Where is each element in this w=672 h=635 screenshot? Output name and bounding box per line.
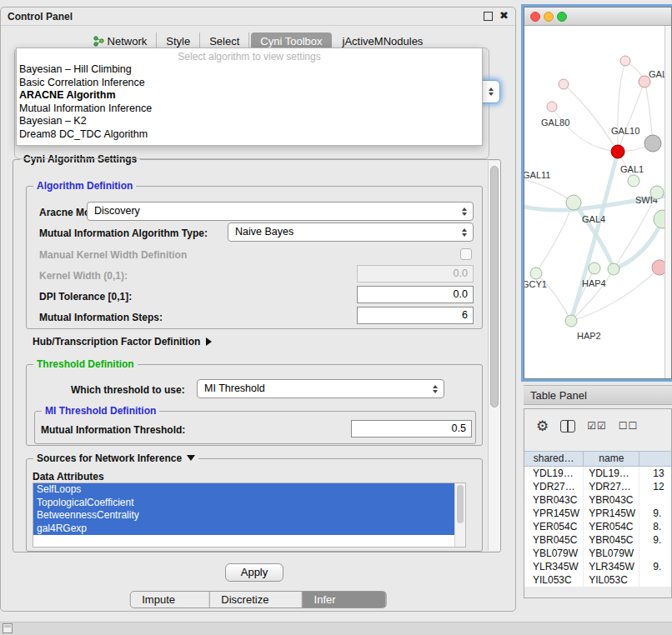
network-node[interactable] xyxy=(611,145,624,158)
network-canvas[interactable]: GALGAL80GAL10GAL11GAL1SWI4GAL4GCY1HAP4YH… xyxy=(524,26,671,378)
table-body: YDL19… YDL19… 13 YDR27… YDR27… 12 YBR043… xyxy=(524,467,671,587)
network-node[interactable] xyxy=(608,263,619,275)
algorithm-option[interactable]: Bayesian – Hill Climbing xyxy=(17,63,482,77)
network-node[interactable] xyxy=(565,315,577,327)
network-node[interactable] xyxy=(547,102,557,112)
table-panel-header[interactable]: Table Panel xyxy=(524,385,672,405)
columns-icon[interactable] xyxy=(560,420,575,432)
algorithm-option[interactable]: Mutual Information Inference xyxy=(17,102,482,116)
cell-name: YBR043C xyxy=(584,493,639,507)
close-icon[interactable]: ✖ xyxy=(499,11,509,21)
network-node-label: GAL1 xyxy=(620,164,644,174)
cell-shared-name: YLR345W xyxy=(524,560,584,573)
cell-shared-name: YBL079W xyxy=(524,547,584,560)
network-node[interactable] xyxy=(566,195,581,210)
table-panel-title: Table Panel xyxy=(530,389,587,402)
network-node[interactable] xyxy=(644,135,661,152)
combo-arrows-icon xyxy=(489,88,494,96)
algorithm-definition-title: Algorithm Definition xyxy=(33,180,136,192)
tab-infer-network[interactable]: Infer Network xyxy=(303,592,386,608)
network-node[interactable] xyxy=(530,268,542,279)
zoom-traffic-light-icon[interactable] xyxy=(557,12,567,22)
tab-impute-data[interactable]: Impute Data xyxy=(130,592,209,608)
network-node[interactable] xyxy=(589,262,600,274)
data-attribute-item[interactable]: BetweennessCentrality xyxy=(33,509,454,522)
manual-kernel-label: Manual Kernel Width Definition xyxy=(39,249,187,261)
aracne-mode-combo[interactable]: Discovery xyxy=(87,202,474,221)
sources-group-toggle[interactable]: Sources for Network Inference xyxy=(33,452,198,464)
mi-threshold-field[interactable]: 0.5 xyxy=(351,420,472,438)
cell-value: 9. xyxy=(639,507,671,520)
data-attributes-list[interactable]: SelfLoopsTopologicalCoefficientBetweenne… xyxy=(33,482,466,548)
float-window-icon[interactable] xyxy=(484,12,493,21)
tab-discretize-data[interactable]: Discretize Data xyxy=(209,592,302,608)
network-node[interactable] xyxy=(559,79,569,89)
kernel-width-label: Kernel Width (0,1): xyxy=(39,270,128,282)
table-row[interactable]: YPR145W YPR145W 9. xyxy=(524,507,671,520)
combo-arrows-icon xyxy=(433,385,438,393)
mi-type-combo[interactable]: Naive Bayes xyxy=(228,222,474,242)
control-panel-titlebar[interactable]: Control Panel ✖ xyxy=(1,8,515,26)
cell-shared-name: YDL19… xyxy=(524,467,584,480)
data-attribute-item[interactable]: TopologicalCoefficient xyxy=(33,497,454,510)
table-row[interactable]: YBR045C YBR045C 9. xyxy=(524,533,671,547)
mi-type-value: Naive Bayes xyxy=(235,226,293,238)
which-threshold-combo[interactable]: MI Threshold xyxy=(197,379,444,398)
network-window-titlebar[interactable] xyxy=(524,8,671,26)
gear-icon[interactable]: ⚙ xyxy=(536,419,549,433)
network-node[interactable] xyxy=(650,186,664,199)
cell-value xyxy=(639,547,671,560)
combo-arrows-icon xyxy=(462,208,467,216)
cell-name: YBL079W xyxy=(584,547,639,560)
network-graph[interactable]: GALGAL80GAL10GAL11GAL1SWI4GAL4GCY1HAP4YH… xyxy=(524,26,671,378)
algorithm-option[interactable]: Bayesian – K2 xyxy=(17,115,482,128)
cell-name: YDL19… xyxy=(584,467,639,480)
data-attribute-item[interactable]: SelfLoops xyxy=(33,483,454,497)
cell-name: YIL053C xyxy=(584,573,639,587)
apply-button[interactable]: Apply xyxy=(225,563,283,582)
cell-name: YDR27… xyxy=(584,480,639,493)
list-scrollbar-thumb[interactable] xyxy=(457,485,464,523)
threshold-definition-title: Threshold Definition xyxy=(33,358,138,370)
close-traffic-light-icon[interactable] xyxy=(530,12,540,22)
data-attribute-item[interactable]: gal4RGexp xyxy=(33,522,454,536)
algorithm-option[interactable]: Dream8 DC_TDC Algorithm xyxy=(17,128,482,142)
column-header-name[interactable]: name xyxy=(584,452,639,468)
manual-kernel-checkbox[interactable] xyxy=(460,248,472,260)
network-view-window: GALGAL80GAL10GAL11GAL1SWI4GAL4GCY1HAP4YH… xyxy=(524,7,672,379)
algorithm-option[interactable]: Basic Correlation Inference xyxy=(17,77,482,90)
algorithm-option[interactable]: ARACNE Algorithm xyxy=(17,89,482,102)
table-row[interactable]: YDL19… YDL19… 13 xyxy=(524,467,671,480)
settings-scrollbar[interactable] xyxy=(488,161,500,551)
settings-scrollbar-thumb[interactable] xyxy=(490,166,499,408)
dpi-tolerance-field[interactable]: 0.0 xyxy=(357,286,474,303)
mi-type-label: Mutual Information Algorithm Type: xyxy=(39,228,208,239)
list-scrollbar[interactable] xyxy=(454,483,465,547)
select-all-checks-icon[interactable]: ☑☑ xyxy=(587,420,607,432)
column-header-shared-name[interactable]: shared… xyxy=(524,452,584,468)
cell-name: YER054C xyxy=(584,520,639,533)
network-node-label: GAL4 xyxy=(582,214,605,224)
cell-value xyxy=(639,573,671,587)
table-row[interactable]: YBR043C YBR043C xyxy=(524,493,671,507)
network-node-label: GAL80 xyxy=(541,118,569,128)
hub-section-toggle[interactable]: Hub/Transcription Factor Definition xyxy=(33,336,212,348)
table-row[interactable]: YBL079W YBL079W xyxy=(524,547,671,560)
minimize-traffic-light-icon[interactable] xyxy=(544,12,554,22)
mi-steps-label: Mutual Information Steps: xyxy=(39,312,163,323)
table-row[interactable]: YER054C YER054C 8. xyxy=(524,520,671,533)
mi-steps-field[interactable]: 6 xyxy=(357,307,474,324)
network-node[interactable] xyxy=(628,175,639,187)
algorithm-option-list: Bayesian – Hill ClimbingBasic Correlatio… xyxy=(17,63,482,141)
kernel-width-field[interactable]: 0.0 xyxy=(357,265,474,282)
minimized-panel-icon[interactable] xyxy=(3,623,13,633)
table-row[interactable]: YDR27… YDR27… 12 xyxy=(524,480,671,493)
table-row[interactable]: YLR345W YLR345W 9. xyxy=(524,560,671,573)
bottom-strip xyxy=(0,622,672,635)
desktop: Control Panel ✖ Network Style xyxy=(0,0,672,635)
deselect-all-checks-icon[interactable]: ☐☐ xyxy=(619,420,639,432)
network-node[interactable] xyxy=(620,56,630,66)
table-row[interactable]: YIL053C YIL053C xyxy=(524,573,671,587)
column-header-extra[interactable] xyxy=(639,452,671,468)
network-vertical-scrollbar[interactable] xyxy=(664,26,671,378)
